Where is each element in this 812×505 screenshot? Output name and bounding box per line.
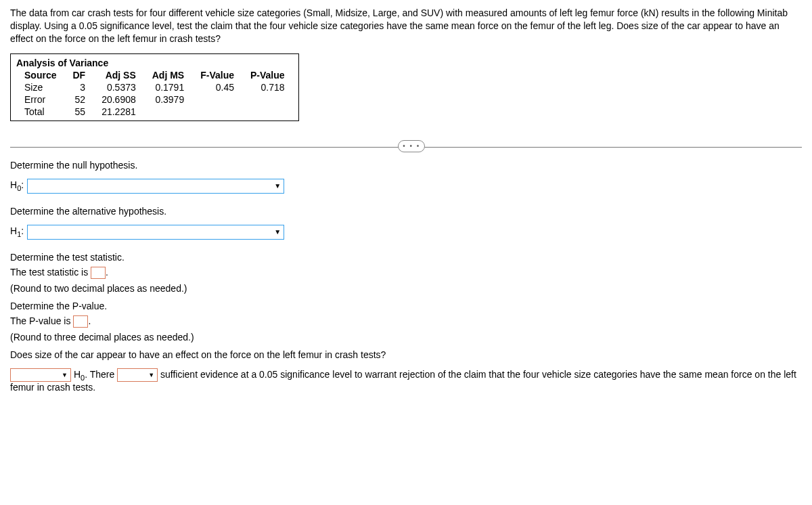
cell: 0.3979 bbox=[144, 93, 192, 106]
cell: 52 bbox=[64, 93, 93, 106]
cell: 55 bbox=[64, 106, 93, 118]
null-hyp-label: Determine the null hypothesis. bbox=[10, 160, 802, 171]
table-row: Error 52 20.6908 0.3979 bbox=[16, 93, 293, 106]
cell: Size bbox=[16, 81, 64, 93]
chevron-down-icon: ▼ bbox=[62, 372, 68, 378]
col-adjms: Adj MS bbox=[144, 69, 192, 81]
h0-select[interactable]: ▼ bbox=[27, 179, 284, 194]
test-stat-hint: (Round to two decimal places as needed.) bbox=[10, 283, 802, 294]
cell: 3 bbox=[64, 81, 93, 93]
cell: Total bbox=[16, 106, 64, 118]
chevron-down-icon: ▼ bbox=[274, 228, 281, 236]
pval-input[interactable] bbox=[73, 315, 88, 328]
col-source: Source bbox=[16, 69, 64, 81]
conc-text-1: H0. There bbox=[74, 369, 117, 380]
cell bbox=[242, 106, 293, 118]
expand-button[interactable]: • • • bbox=[398, 140, 425, 152]
question-text: The data from car crash tests for four d… bbox=[10, 7, 802, 45]
conclusion-question: Does size of the car appear to have an e… bbox=[10, 349, 802, 360]
alt-hyp-label: Determine the alternative hypothesis. bbox=[10, 206, 802, 217]
pval-text: The P-value is bbox=[10, 315, 73, 326]
cell: 0.718 bbox=[242, 81, 293, 93]
col-df: DF bbox=[64, 69, 93, 81]
table-row: Size 3 0.5373 0.1791 0.45 0.718 bbox=[16, 81, 293, 93]
col-pvalue: P-Value bbox=[242, 69, 293, 81]
test-stat-input[interactable] bbox=[91, 267, 106, 279]
col-fvalue: F-Value bbox=[192, 69, 242, 81]
cell bbox=[144, 106, 192, 118]
anova-title: Analysis of Variance bbox=[16, 57, 293, 69]
pval-label: Determine the P-value. bbox=[10, 301, 802, 311]
anova-table: Analysis of Variance Source DF Adj SS Ad… bbox=[10, 53, 299, 121]
conclusion-select-2[interactable]: ▼ bbox=[117, 368, 158, 382]
cell: Error bbox=[16, 93, 64, 106]
cell bbox=[192, 93, 242, 106]
cell: 20.6908 bbox=[93, 93, 144, 106]
test-stat-text: The test statistic is bbox=[10, 267, 91, 278]
cell: 21.2281 bbox=[93, 106, 144, 118]
cell bbox=[192, 106, 242, 118]
cell: 0.1791 bbox=[144, 81, 192, 93]
cell bbox=[242, 93, 293, 106]
chevron-down-icon: ▼ bbox=[148, 372, 154, 378]
col-adjss: Adj SS bbox=[93, 69, 144, 81]
period: . bbox=[106, 267, 108, 278]
cell: 0.45 bbox=[192, 81, 242, 93]
table-row: Total 55 21.2281 bbox=[16, 106, 293, 118]
h1-label: H1: bbox=[10, 225, 24, 238]
h1-select[interactable]: ▼ bbox=[27, 225, 284, 240]
chevron-down-icon: ▼ bbox=[274, 182, 281, 190]
test-stat-label: Determine the test statistic. bbox=[10, 252, 802, 263]
h0-label: H0: bbox=[10, 179, 24, 192]
conclusion-select-1[interactable]: ▼ bbox=[10, 368, 71, 382]
period: . bbox=[88, 315, 91, 326]
divider: • • • bbox=[10, 140, 802, 141]
pval-hint: (Round to three decimal places as needed… bbox=[10, 332, 802, 343]
cell: 0.5373 bbox=[93, 81, 144, 93]
